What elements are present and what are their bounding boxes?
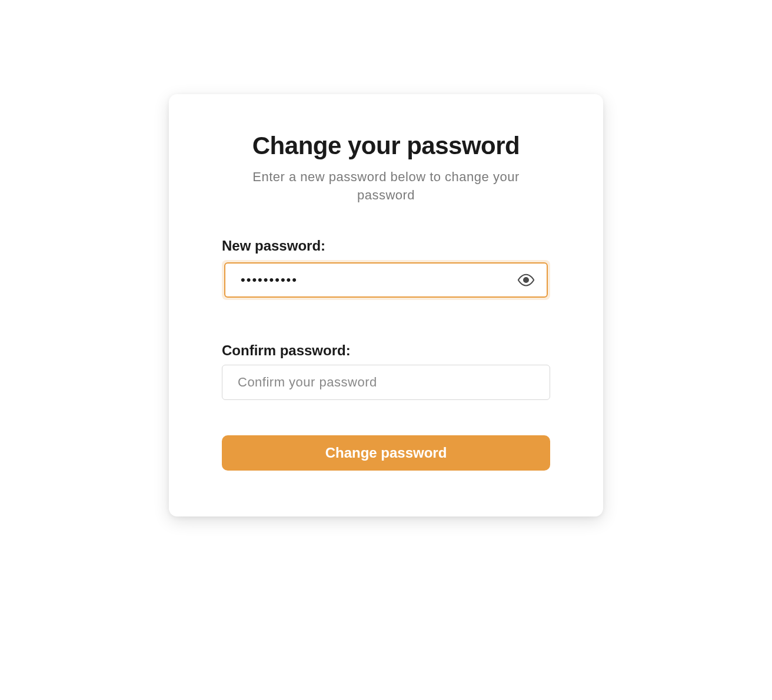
new-password-input[interactable] bbox=[224, 262, 548, 298]
confirm-password-label: Confirm password: bbox=[222, 342, 550, 359]
new-password-label: New password: bbox=[222, 238, 550, 254]
confirm-password-input[interactable] bbox=[222, 365, 550, 400]
confirm-password-group: Confirm password: bbox=[222, 342, 550, 400]
eye-icon bbox=[517, 271, 535, 289]
page-title: Change your password bbox=[222, 132, 550, 160]
change-password-card: Change your password Enter a new passwor… bbox=[169, 94, 603, 516]
new-password-group: New password: bbox=[222, 238, 550, 300]
page-subtitle: Enter a new password below to change you… bbox=[222, 168, 550, 205]
svg-point-0 bbox=[524, 278, 528, 282]
confirm-password-input-wrapper bbox=[222, 365, 550, 400]
change-password-button[interactable]: Change password bbox=[222, 435, 550, 471]
new-password-input-wrapper bbox=[222, 260, 550, 300]
toggle-password-visibility-button[interactable] bbox=[515, 269, 537, 291]
